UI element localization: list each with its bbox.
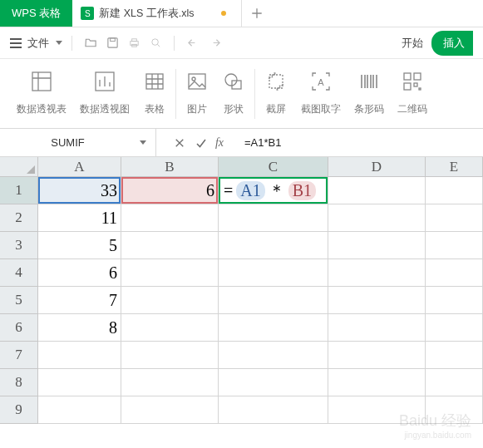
separator	[175, 69, 176, 119]
cancel-formula-button[interactable]	[171, 135, 188, 151]
cell[interactable]	[219, 342, 328, 369]
print-preview-button[interactable]	[146, 34, 165, 52]
name-box[interactable]: SUMIF	[0, 129, 156, 156]
cell[interactable]	[328, 232, 426, 259]
name-box-dropdown[interactable]	[136, 140, 149, 145]
cell[interactable]	[426, 204, 483, 232]
cell[interactable]	[328, 342, 426, 369]
row-header[interactable]: 4	[0, 259, 38, 287]
row-header[interactable]: 2	[0, 204, 38, 232]
cell[interactable]	[219, 204, 328, 232]
open-button[interactable]	[81, 34, 100, 52]
cell[interactable]	[121, 204, 219, 232]
tab-insert[interactable]: 插入	[431, 31, 473, 56]
cell[interactable]: 5	[38, 232, 121, 259]
cell[interactable]	[121, 314, 219, 342]
cell[interactable]	[426, 369, 483, 396]
row-header[interactable]: 7	[0, 342, 38, 369]
cell[interactable]	[426, 287, 483, 314]
separator	[71, 36, 72, 51]
cell[interactable]: 8	[38, 314, 121, 342]
confirm-formula-button[interactable]	[193, 135, 209, 151]
row-header[interactable]: 6	[0, 314, 38, 342]
save-button[interactable]	[103, 34, 121, 52]
cell[interactable]	[219, 314, 328, 342]
cell[interactable]	[38, 396, 121, 424]
cell[interactable]	[328, 314, 426, 342]
print-button[interactable]	[125, 34, 143, 52]
ribbon-label: 条形码	[354, 102, 384, 116]
ribbon-label: 截图取字	[301, 102, 341, 116]
col-header-c[interactable]: C	[219, 157, 328, 177]
document-tab[interactable]: S 新建 XLS 工作表.xls	[72, 0, 241, 27]
cell[interactable]	[121, 369, 219, 396]
cell[interactable]	[219, 259, 328, 287]
row-header[interactable]: 1	[0, 177, 38, 204]
col-header-b[interactable]: B	[121, 157, 219, 177]
picture-button[interactable]: 图片	[179, 66, 215, 116]
cell[interactable]: 6	[38, 259, 121, 287]
cell[interactable]	[328, 177, 426, 204]
cell[interactable]	[121, 287, 219, 314]
shapes-button[interactable]: 形状	[215, 66, 252, 116]
cell[interactable]	[328, 259, 426, 287]
col-header-a[interactable]: A	[38, 157, 121, 177]
spreadsheet-grid[interactable]: A B C D E 1 33 6 = A1 ＊ B1 2 11	[0, 157, 483, 424]
cell[interactable]	[426, 342, 483, 369]
cell[interactable]	[38, 342, 121, 369]
grid-body: 1 33 6 = A1 ＊ B1 2 11 3 5	[0, 177, 483, 424]
svg-rect-19	[419, 88, 421, 90]
table-row: 4 6	[0, 259, 483, 287]
cell[interactable]	[426, 232, 483, 259]
cell[interactable]	[121, 396, 219, 424]
cell[interactable]	[426, 177, 483, 204]
cell-b1[interactable]: 6	[121, 177, 219, 204]
cell[interactable]	[328, 369, 426, 396]
cell[interactable]	[121, 232, 219, 259]
pivot-table-button[interactable]: 数据透视表	[10, 66, 73, 116]
fx-icon[interactable]: fx	[214, 135, 231, 151]
cell[interactable]: 11	[38, 204, 121, 232]
cell[interactable]	[121, 259, 219, 287]
formula-eq: =	[222, 181, 234, 200]
cell-a1[interactable]: 33	[38, 177, 121, 204]
table-row: 5 7	[0, 287, 483, 314]
qrcode-button[interactable]: 二维码	[391, 66, 434, 116]
file-menu[interactable]: 文件	[27, 36, 49, 51]
row-header[interactable]: 9	[0, 396, 38, 424]
cell[interactable]	[328, 287, 426, 314]
pivot-chart-button[interactable]: 数据透视图	[73, 66, 136, 116]
redo-button[interactable]	[205, 34, 224, 52]
formula-input[interactable]	[239, 129, 483, 156]
cell[interactable]	[426, 396, 483, 424]
cell[interactable]	[426, 314, 483, 342]
cell[interactable]: 7	[38, 287, 121, 314]
ocr-button[interactable]: A 截图取字	[294, 66, 347, 116]
barcode-button[interactable]: 条形码	[347, 66, 391, 116]
cell[interactable]	[219, 232, 328, 259]
select-all-corner[interactable]	[0, 157, 38, 177]
row-header[interactable]: 5	[0, 287, 38, 314]
new-tab-button[interactable]	[242, 0, 272, 27]
separator	[254, 69, 255, 119]
svg-rect-18	[414, 83, 417, 86]
cell[interactable]	[121, 342, 219, 369]
cell[interactable]	[219, 287, 328, 314]
row-header[interactable]: 8	[0, 369, 38, 396]
menu-icon[interactable]	[10, 38, 22, 48]
cell[interactable]	[219, 396, 328, 424]
svg-rect-3	[131, 39, 136, 42]
undo-button[interactable]	[184, 34, 202, 52]
cell[interactable]	[38, 369, 121, 396]
table-button[interactable]: 表格	[136, 66, 173, 116]
row-header[interactable]: 3	[0, 232, 38, 259]
cell[interactable]	[328, 204, 426, 232]
cell-c1-editing[interactable]: = A1 ＊ B1	[219, 177, 328, 204]
cell[interactable]	[328, 396, 426, 424]
col-header-d[interactable]: D	[328, 157, 426, 177]
cell[interactable]	[426, 259, 483, 287]
col-header-e[interactable]: E	[426, 157, 483, 177]
tab-start[interactable]: 开始	[397, 36, 428, 51]
screenshot-button[interactable]: 截屏	[258, 66, 294, 116]
cell[interactable]	[219, 369, 328, 396]
